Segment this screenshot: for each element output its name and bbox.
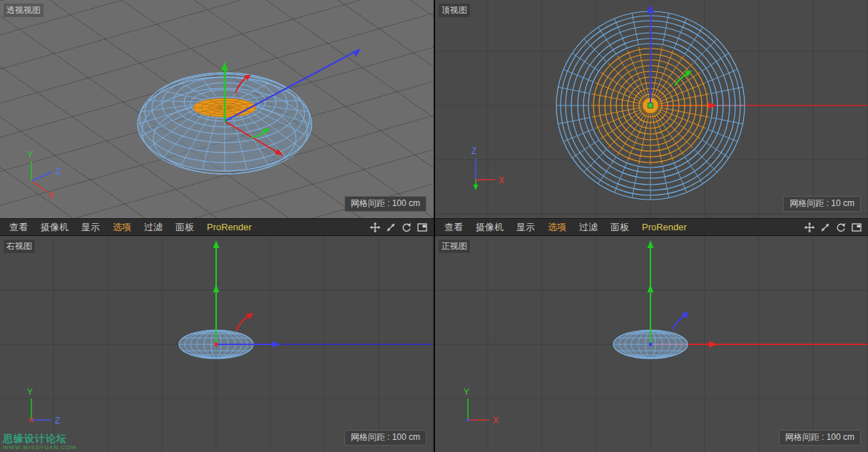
rotate-icon[interactable] [401, 222, 412, 233]
axis-label-x: X [499, 175, 504, 185]
object-center-handle[interactable] [648, 103, 653, 108]
axis-label-z: Z [56, 167, 61, 177]
axis-label-y: Y [27, 387, 33, 397]
axis-label-y: Y [464, 387, 469, 397]
menu-item-panel[interactable]: 面板 [604, 221, 635, 234]
menu-item-options[interactable]: 选项 [106, 221, 138, 234]
pan-icon[interactable] [369, 222, 381, 233]
x-axis-arrow[interactable] [709, 341, 718, 348]
viewport-toggle-icon[interactable] [851, 222, 862, 233]
menu-item-options[interactable]: 选项 [541, 221, 573, 234]
viewport-front[interactable]: 正视图 Y X 网格间距 : 100 cm [435, 236, 868, 452]
axis-label-z: Z [471, 146, 476, 156]
menu-item-view[interactable]: 查看 [3, 221, 34, 234]
menu-item-prorender[interactable]: ProRender [200, 222, 258, 232]
watermark: 思缘设计论坛 WWW.MISSYUAN.COM [3, 433, 76, 451]
grid-spacing-badge: 网格间距 : 100 cm [779, 430, 861, 446]
viewport-label: 顶视图 [439, 4, 470, 17]
menu-item-panel[interactable]: 面板 [169, 221, 200, 234]
viewport-menubar-left: 查看 摄像机 显示 选项 过滤 面板 ProRender [0, 218, 434, 236]
grid-spacing-badge: 网格间距 : 10 cm [783, 196, 861, 212]
object-center-handle[interactable] [215, 343, 218, 346]
viewport-toggle-icon[interactable] [417, 222, 428, 233]
zoom-icon[interactable] [820, 222, 831, 233]
application-window: 透视视图 Y Z X [0, 0, 868, 452]
watermark-url: WWW.MISSYUAN.COM [3, 444, 76, 451]
axis-gizmo: Y X [464, 387, 499, 426]
grid-spacing-badge: 网格间距 : 100 cm [344, 196, 427, 212]
viewport-label: 透视视图 [4, 4, 44, 17]
grid-spacing-badge: 网格间距 : 100 cm [344, 430, 427, 446]
menu-item-filter[interactable]: 过滤 [573, 221, 604, 234]
object-center-handle[interactable] [649, 343, 653, 346]
right-canvas[interactable]: Y Z [0, 236, 434, 452]
menu-item-display[interactable]: 显示 [510, 221, 541, 234]
viewport-menubar-right: 查看 摄像机 显示 选项 过滤 面板 ProRender [435, 218, 868, 236]
perspective-canvas[interactable]: Y Z X [0, 0, 434, 218]
menu-item-view[interactable]: 查看 [438, 221, 469, 234]
front-canvas[interactable]: Y X [435, 236, 868, 452]
viewport-perspective[interactable]: 透视视图 Y Z X [0, 0, 434, 218]
axis-label-y: Y [27, 150, 33, 160]
viewport-label: 正视图 [439, 240, 470, 253]
axis-label-x: X [48, 190, 54, 200]
top-canvas[interactable]: Z X [435, 0, 868, 218]
pan-icon[interactable] [804, 222, 815, 233]
menu-item-prorender[interactable]: ProRender [635, 222, 693, 232]
viewport-tool-icons [369, 222, 434, 233]
viewport-label: 右视图 [4, 240, 35, 253]
axis-gizmo: Y Z [27, 387, 60, 426]
menu-item-filter[interactable]: 过滤 [138, 221, 169, 234]
menu-item-camera[interactable]: 摄像机 [34, 221, 75, 234]
menu-item-camera[interactable]: 摄像机 [469, 221, 510, 234]
axis-label-z: Z [55, 416, 60, 426]
viewport-top[interactable]: 顶视图 Z X 网格间距 : 10 cm [435, 0, 868, 218]
zoom-icon[interactable] [385, 222, 397, 233]
viewport-right[interactable]: 右视图 Y Z 思缘设计论坛 WWW.MISSYUAN.CO [0, 236, 434, 452]
rotate-icon[interactable] [835, 222, 847, 233]
viewport-tool-icons [804, 222, 868, 233]
axis-label-x: X [493, 416, 499, 426]
menu-item-display[interactable]: 显示 [75, 221, 106, 234]
watermark-title: 思缘设计论坛 [3, 433, 76, 444]
axis-gizmo: Y Z X [27, 150, 61, 200]
